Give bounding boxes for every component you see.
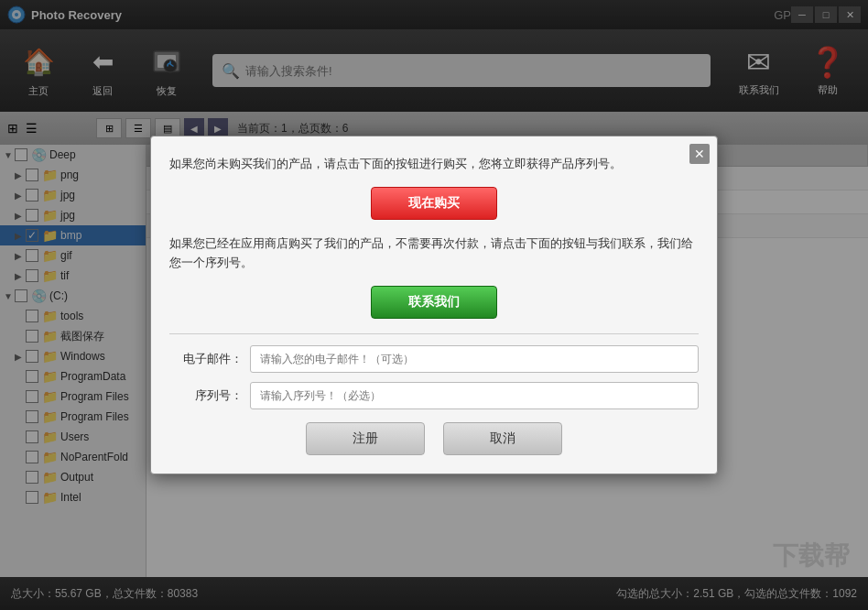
contact-btn-row: 联系我们 bbox=[169, 286, 699, 319]
dialog-close-button[interactable]: ✕ bbox=[689, 144, 710, 164]
divider bbox=[169, 333, 699, 334]
buy-now-button[interactable]: 现在购买 bbox=[371, 187, 497, 220]
cancel-button[interactable]: 取消 bbox=[443, 422, 562, 455]
registration-dialog: ✕ 如果您尚未购买我们的产品，请点击下面的按钮进行购买，您将立即获得产品序列号。… bbox=[150, 136, 718, 474]
email-row: 电子邮件： bbox=[169, 345, 699, 373]
dialog-actions: 注册 取消 bbox=[169, 422, 699, 455]
contact-us-button[interactable]: 联系我们 bbox=[371, 286, 497, 319]
dialog-text-buy: 如果您尚未购买我们的产品，请点击下面的按钮进行购买，您将立即获得产品序列号。 bbox=[169, 155, 699, 174]
dialog-overlay: ✕ 如果您尚未购买我们的产品，请点击下面的按钮进行购买，您将立即获得产品序列号。… bbox=[0, 0, 868, 610]
dialog-text-contact: 如果您已经在应用商店购买了我们的产品，不需要再次付款，请点击下面的按钮与我们联系… bbox=[169, 234, 699, 273]
serial-label: 序列号： bbox=[169, 387, 243, 404]
serial-input[interactable] bbox=[250, 382, 699, 409]
register-button[interactable]: 注册 bbox=[306, 422, 425, 455]
email-input[interactable] bbox=[250, 345, 699, 373]
serial-row: 序列号： bbox=[169, 382, 699, 409]
email-label: 电子邮件： bbox=[169, 351, 243, 367]
buy-btn-row: 现在购买 bbox=[169, 187, 699, 220]
